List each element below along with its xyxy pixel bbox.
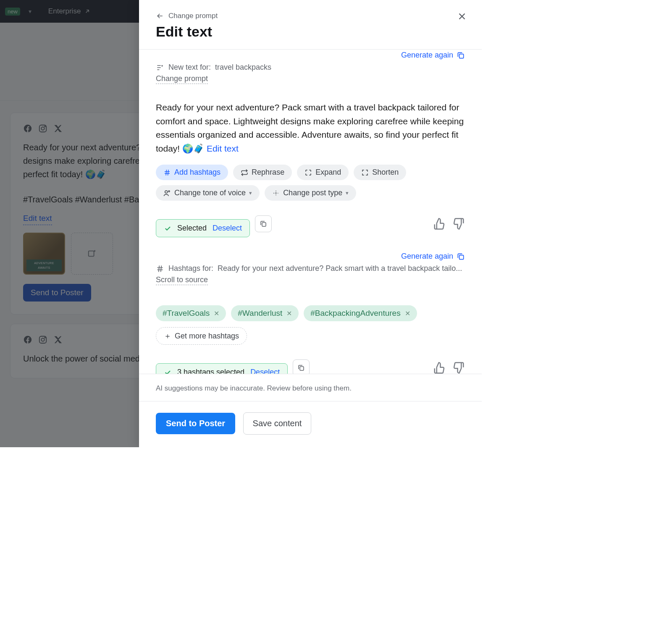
remove-tag-icon[interactable]: ✕ (214, 309, 219, 317)
chevron-down-icon: ▾ (346, 190, 349, 196)
edit-text-inline-link[interactable]: Edit text (207, 144, 239, 153)
hashtags-for-label: Hashtags for: (168, 264, 213, 273)
selected-indicator: Selected Deselect (156, 219, 250, 237)
generate-again-button[interactable]: Generate again (401, 51, 465, 60)
rephrase-chip[interactable]: Rephrase (233, 165, 292, 180)
hashtags-selected-indicator: 3 hashtags selected Deselect (156, 363, 288, 374)
ai-disclaimer: AI suggestions may be inaccurate. Review… (156, 384, 465, 393)
deselect-link[interactable]: Deselect (250, 368, 280, 374)
shorten-chip[interactable]: Shorten (354, 165, 406, 180)
add-hashtags-chip[interactable]: Add hashtags (156, 165, 228, 180)
remove-tag-icon[interactable]: ✕ (286, 309, 292, 317)
get-more-hashtags-button[interactable]: ＋ Get more hashtags (156, 327, 247, 345)
deselect-link[interactable]: Deselect (213, 224, 242, 233)
n-hashtags-selected-label: 3 hashtags selected (177, 368, 244, 374)
copy-button[interactable] (293, 359, 310, 374)
selected-label: Selected (177, 224, 207, 233)
thumbs-down-button[interactable] (452, 362, 465, 374)
scroll-to-source-link[interactable]: Scroll to source (156, 275, 208, 285)
copy-button[interactable] (255, 215, 272, 232)
change-post-type-chip[interactable]: Change post type ▾ (265, 185, 356, 201)
panel-title: Edit text (156, 24, 465, 40)
send-to-poster-button[interactable]: Send to Poster (156, 413, 235, 434)
hashtags-for-value: Ready for your next adventure? Pack smar… (218, 264, 465, 273)
thumbs-up-button[interactable] (433, 218, 446, 230)
svg-rect-11 (459, 255, 464, 259)
remove-tag-icon[interactable]: ✕ (405, 309, 410, 317)
hashtag-pill: #TravelGoals ✕ (156, 305, 226, 321)
generated-text: Ready for your next adventure? Pack smar… (156, 101, 465, 155)
plus-icon: ＋ (164, 331, 171, 341)
save-content-button[interactable]: Save content (243, 412, 312, 435)
check-icon (164, 225, 171, 232)
check-icon (164, 369, 171, 374)
chevron-down-icon: ▾ (249, 190, 252, 196)
back-change-prompt[interactable]: Change prompt (156, 12, 465, 20)
svg-point-9 (168, 191, 170, 192)
new-text-for-label: New text for: (168, 63, 211, 72)
svg-rect-12 (300, 367, 304, 370)
svg-point-8 (165, 191, 168, 193)
hashtag-pill: #BackpackingAdventures ✕ (304, 305, 417, 321)
prompt-topic: travel backpacks (215, 63, 271, 72)
close-button[interactable] (454, 8, 470, 24)
thumbs-down-button[interactable] (452, 218, 465, 230)
back-label: Change prompt (168, 12, 218, 20)
change-prompt-link[interactable]: Change prompt (156, 74, 208, 84)
hashtag-icon (156, 265, 164, 273)
edit-text-panel: Change prompt Edit text New text for: tr… (139, 0, 482, 447)
svg-rect-7 (459, 54, 464, 58)
generate-again-button[interactable]: Generate again (401, 252, 465, 261)
thumbs-up-button[interactable] (433, 362, 446, 374)
change-tone-chip[interactable]: Change tone of voice ▾ (156, 185, 260, 201)
svg-rect-10 (262, 223, 266, 226)
sparkle-list-icon (156, 63, 164, 72)
hashtag-pill: #Wanderlust ✕ (231, 305, 299, 321)
expand-chip[interactable]: Expand (297, 165, 349, 180)
